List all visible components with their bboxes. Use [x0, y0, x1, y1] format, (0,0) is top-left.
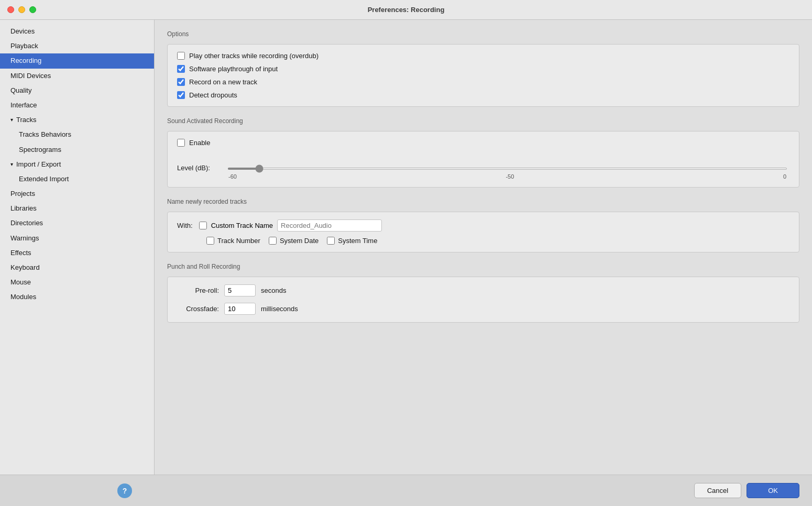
sidebar-item-recording[interactable]: Recording [0, 53, 154, 68]
sidebar: DevicesPlaybackRecordingMIDI DevicesQual… [0, 20, 155, 475]
option-row-overdub: Play other tracks while recording (overd… [177, 52, 789, 60]
sound-activated-section: Sound Activated Recording Enable Level (… [167, 117, 799, 188]
sidebar-item-warnings[interactable]: Warnings [0, 231, 154, 246]
options-title: Options [167, 30, 799, 38]
new-track-checkbox[interactable] [177, 78, 185, 86]
sidebar-item-projects[interactable]: Projects [0, 186, 154, 201]
punch-section-title: Punch and Roll Recording [167, 263, 799, 270]
software-playthrough-checkbox[interactable] [177, 65, 185, 73]
option-row-new-track: Record on a new track [177, 78, 789, 86]
custom-track-name-checkbox[interactable] [199, 222, 207, 229]
sidebar-item-directories[interactable]: Directories [0, 216, 154, 230]
sidebar-item-keyboard[interactable]: Keyboard [0, 260, 154, 275]
system-date-checkbox[interactable] [269, 237, 277, 245]
sidebar-item-interface[interactable]: Interface [0, 98, 154, 113]
sidebar-item-label: Projects [10, 189, 35, 199]
enable-checkbox[interactable] [177, 139, 185, 147]
help-button[interactable]: ? [117, 483, 132, 498]
system-time-row: System Time [327, 237, 377, 245]
custom-track-name-input[interactable] [277, 219, 382, 232]
sidebar-item-label: Effects [10, 248, 31, 258]
content-area: Options Play other tracks while recordin… [155, 20, 812, 475]
overdub-checkbox[interactable] [177, 52, 185, 60]
enable-row: Enable [177, 139, 789, 147]
preroll-label: Pre-roll: [177, 287, 219, 294]
sidebar-item-label: Mouse [10, 278, 31, 287]
new-track-label: Record on a new track [189, 78, 257, 86]
track-number-row: Track Number [206, 237, 260, 245]
action-buttons: Cancel OK [694, 483, 799, 498]
track-number-checkbox[interactable] [206, 237, 214, 245]
options-section: Options Play other tracks while recordin… [167, 30, 799, 107]
sidebar-item-label: Tracks [16, 115, 37, 125]
sound-activated-box: Enable Level (dB): -60 -50 0 [167, 131, 799, 188]
level-slider[interactable] [227, 168, 787, 170]
sidebar-item-label: Spectrograms [19, 145, 61, 155]
main-content: DevicesPlaybackRecordingMIDI DevicesQual… [0, 20, 812, 475]
custom-track-name-label: Custom Track Name [211, 222, 273, 229]
sidebar-item-playback[interactable]: Playback [0, 39, 154, 53]
sidebar-item-devices[interactable]: Devices [0, 24, 154, 39]
sidebar-item-label: Modules [10, 292, 36, 302]
sidebar-item-quality[interactable]: Quality [0, 83, 154, 98]
name-section-box: With: Custom Track Name Track Number Sys… [167, 212, 799, 252]
system-time-checkbox[interactable] [327, 237, 335, 245]
title-bar: Preferences: Recording [0, 0, 812, 20]
slider-label-max: 0 [783, 173, 786, 180]
sidebar-item-label: Extended Import [19, 174, 69, 184]
right-panel: Options Play other tracks while recordin… [155, 20, 812, 475]
ok-button[interactable]: OK [747, 483, 799, 498]
sidebar-item-midi-devices[interactable]: MIDI Devices [0, 69, 154, 83]
slider-label-min: -60 [228, 173, 237, 180]
level-slider-container: -60 -50 0 [225, 163, 789, 180]
sidebar-item-label: Devices [10, 27, 35, 36]
level-row: Level (dB): -60 -50 0 [177, 152, 789, 180]
bottom-bar: ? Cancel OK [0, 475, 812, 506]
with-row: With: Custom Track Name [177, 219, 789, 232]
name-section-title: Name newly recorded tracks [167, 198, 799, 205]
sidebar-item-effects[interactable]: Effects [0, 246, 154, 260]
punch-section: Punch and Roll Recording Pre-roll: secon… [167, 263, 799, 323]
maximize-button[interactable] [29, 6, 36, 13]
sidebar-item-label: Directories [10, 218, 43, 228]
crossfade-unit: milliseconds [261, 305, 298, 313]
level-label: Level (dB): [177, 164, 219, 172]
preroll-input[interactable] [224, 284, 256, 296]
slider-labels: -60 -50 0 [227, 173, 787, 180]
crossfade-input[interactable] [224, 303, 256, 315]
options-box: Play other tracks while recording (overd… [167, 44, 799, 107]
sidebar-item-label: MIDI Devices [10, 71, 51, 81]
sidebar-item-tracks-behaviors[interactable]: Tracks Behaviors [0, 127, 154, 142]
sidebar-item-extended-import[interactable]: Extended Import [0, 172, 154, 186]
system-date-label: System Date [280, 237, 319, 245]
software-playthrough-label: Software playthrough of input [189, 65, 278, 73]
sidebar-item-tracks[interactable]: ▾Tracks [0, 113, 154, 127]
sidebar-item-label: Import / Export [16, 160, 61, 169]
overdub-label: Play other tracks while recording (overd… [189, 52, 319, 60]
name-section: Name newly recorded tracks With: Custom … [167, 198, 799, 252]
system-date-row: System Date [269, 237, 319, 245]
sidebar-item-modules[interactable]: Modules [0, 290, 154, 304]
punch-section-box: Pre-roll: seconds Crossfade: millisecond… [167, 277, 799, 323]
crossfade-label: Crossfade: [177, 305, 219, 313]
sidebar-item-spectrograms[interactable]: Spectrograms [0, 142, 154, 157]
crossfade-row: Crossfade: milliseconds [177, 303, 789, 315]
sidebar-item-label: Playback [10, 41, 38, 51]
detect-dropouts-checkbox[interactable] [177, 91, 185, 99]
extra-name-options: Track Number System Date System Time [206, 237, 789, 245]
cancel-button[interactable]: Cancel [694, 483, 741, 498]
track-number-label: Track Number [217, 237, 260, 245]
sidebar-item-label: Warnings [10, 234, 39, 243]
close-button[interactable] [7, 6, 14, 13]
sidebar-item-libraries[interactable]: Libraries [0, 201, 154, 216]
chevron-down-icon: ▾ [10, 161, 13, 168]
preroll-row: Pre-roll: seconds [177, 284, 789, 296]
window-title: Preferences: Recording [368, 6, 445, 14]
preroll-unit: seconds [261, 287, 286, 294]
option-row-detect-dropouts: Detect dropouts [177, 91, 789, 99]
sidebar-item-mouse[interactable]: Mouse [0, 275, 154, 290]
slider-label-mid: -50 [506, 173, 514, 180]
sidebar-item-label: Libraries [10, 204, 37, 213]
minimize-button[interactable] [18, 6, 25, 13]
sidebar-item-import-export[interactable]: ▾Import / Export [0, 157, 154, 172]
